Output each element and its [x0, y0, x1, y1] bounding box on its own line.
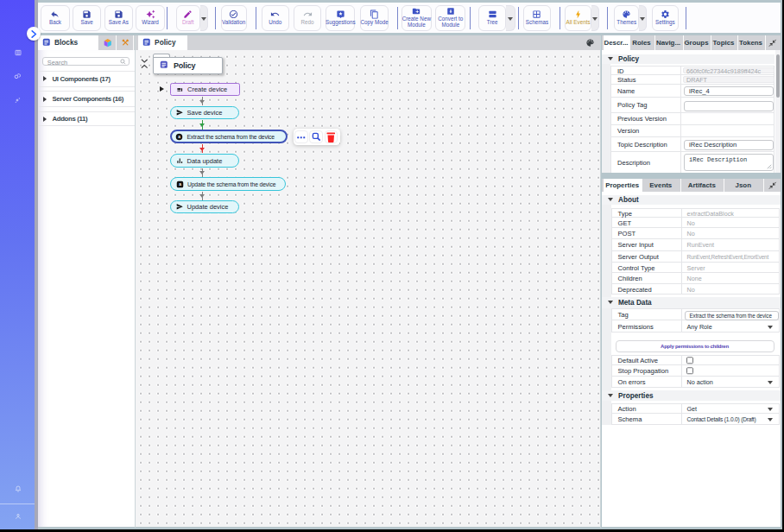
svg-text:a: a [179, 182, 181, 187]
svg-text:a: a [179, 135, 181, 139]
